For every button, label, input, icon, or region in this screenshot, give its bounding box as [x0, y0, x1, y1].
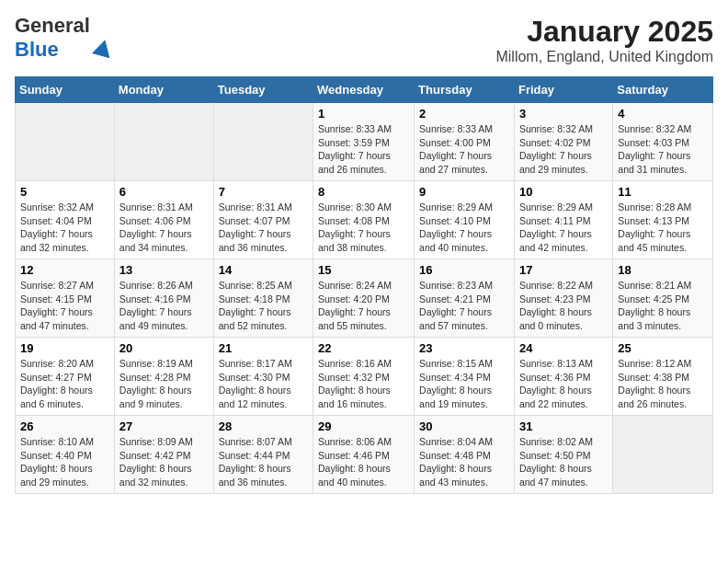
calendar-cell: 24Sunrise: 8:13 AM Sunset: 4:36 PM Dayli… [514, 338, 612, 416]
calendar-cell: 13Sunrise: 8:26 AM Sunset: 4:16 PM Dayli… [114, 259, 213, 338]
calendar-cell: 6Sunrise: 8:31 AM Sunset: 4:06 PM Daylig… [114, 181, 213, 259]
day-info: Sunrise: 8:07 AM Sunset: 4:44 PM Dayligh… [219, 435, 308, 489]
logo-general: General [15, 14, 90, 37]
day-number: 13 [119, 263, 209, 277]
calendar-cell [114, 103, 213, 181]
logo: General Blue [15, 15, 112, 61]
calendar-cell: 30Sunrise: 8:04 AM Sunset: 4:48 PM Dayli… [415, 416, 515, 494]
day-info: Sunrise: 8:25 AM Sunset: 4:18 PM Dayligh… [219, 279, 308, 333]
day-info: Sunrise: 8:32 AM Sunset: 4:03 PM Dayligh… [618, 122, 708, 177]
header: General Blue January 2025 Millom, Englan… [15, 15, 713, 65]
calendar-cell: 1Sunrise: 8:33 AM Sunset: 3:59 PM Daylig… [313, 103, 415, 181]
day-number: 29 [318, 419, 409, 433]
calendar-cell: 12Sunrise: 8:27 AM Sunset: 4:15 PM Dayli… [16, 259, 115, 338]
day-number: 31 [519, 419, 608, 433]
calendar-cell [613, 416, 713, 494]
day-number: 7 [219, 185, 308, 199]
calendar-cell: 4Sunrise: 8:32 AM Sunset: 4:03 PM Daylig… [613, 103, 713, 181]
calendar-cell: 27Sunrise: 8:09 AM Sunset: 4:42 PM Dayli… [114, 416, 213, 494]
day-number: 11 [618, 185, 708, 199]
day-number: 26 [20, 419, 109, 433]
day-info: Sunrise: 8:33 AM Sunset: 3:59 PM Dayligh… [318, 122, 409, 177]
weekday-header-sunday: Sunday [16, 77, 115, 103]
calendar-table: SundayMondayTuesdayWednesdayThursdayFrid… [15, 76, 713, 494]
calendar-cell: 2Sunrise: 8:33 AM Sunset: 4:00 PM Daylig… [415, 103, 515, 181]
day-info: Sunrise: 8:31 AM Sunset: 4:07 PM Dayligh… [219, 201, 308, 255]
day-number: 17 [519, 263, 608, 277]
calendar-title: January 2025 [495, 15, 713, 49]
day-number: 8 [318, 185, 409, 199]
day-info: Sunrise: 8:10 AM Sunset: 4:40 PM Dayligh… [20, 435, 109, 489]
day-info: Sunrise: 8:29 AM Sunset: 4:10 PM Dayligh… [419, 201, 509, 255]
day-info: Sunrise: 8:30 AM Sunset: 4:08 PM Dayligh… [318, 201, 409, 255]
week-row-1: 1Sunrise: 8:33 AM Sunset: 3:59 PM Daylig… [16, 103, 713, 181]
calendar-cell: 20Sunrise: 8:19 AM Sunset: 4:28 PM Dayli… [114, 338, 213, 416]
day-info: Sunrise: 8:24 AM Sunset: 4:20 PM Dayligh… [318, 279, 409, 333]
day-info: Sunrise: 8:21 AM Sunset: 4:25 PM Dayligh… [618, 279, 708, 333]
day-number: 6 [119, 185, 209, 199]
day-number: 10 [519, 185, 608, 199]
day-number: 19 [20, 341, 109, 355]
calendar-cell: 15Sunrise: 8:24 AM Sunset: 4:20 PM Dayli… [313, 259, 415, 338]
day-info: Sunrise: 8:02 AM Sunset: 4:50 PM Dayligh… [519, 435, 608, 489]
weekday-header-thursday: Thursday [415, 77, 515, 103]
day-info: Sunrise: 8:27 AM Sunset: 4:15 PM Dayligh… [20, 279, 109, 333]
day-info: Sunrise: 8:20 AM Sunset: 4:27 PM Dayligh… [20, 357, 109, 411]
calendar-cell: 8Sunrise: 8:30 AM Sunset: 4:08 PM Daylig… [313, 181, 415, 259]
day-info: Sunrise: 8:12 AM Sunset: 4:38 PM Dayligh… [618, 357, 708, 411]
day-number: 24 [519, 341, 608, 355]
day-number: 21 [219, 341, 308, 355]
day-number: 30 [419, 419, 509, 433]
weekday-header-row: SundayMondayTuesdayWednesdayThursdayFrid… [16, 77, 713, 103]
day-number: 5 [20, 185, 109, 199]
day-number: 28 [219, 419, 308, 433]
day-info: Sunrise: 8:19 AM Sunset: 4:28 PM Dayligh… [119, 357, 209, 411]
day-info: Sunrise: 8:15 AM Sunset: 4:34 PM Dayligh… [419, 357, 509, 411]
day-info: Sunrise: 8:28 AM Sunset: 4:13 PM Dayligh… [618, 201, 708, 255]
calendar-cell: 10Sunrise: 8:29 AM Sunset: 4:11 PM Dayli… [514, 181, 612, 259]
logo-triangle-icon [92, 38, 114, 59]
weekday-header-wednesday: Wednesday [313, 77, 415, 103]
calendar-cell: 23Sunrise: 8:15 AM Sunset: 4:34 PM Dayli… [415, 338, 515, 416]
day-info: Sunrise: 8:06 AM Sunset: 4:46 PM Dayligh… [318, 435, 409, 489]
calendar-subtitle: Millom, England, United Kingdom [495, 49, 713, 65]
calendar-cell: 31Sunrise: 8:02 AM Sunset: 4:50 PM Dayli… [514, 416, 612, 494]
day-number: 3 [519, 107, 608, 121]
calendar-cell: 21Sunrise: 8:17 AM Sunset: 4:30 PM Dayli… [213, 338, 313, 416]
day-number: 9 [419, 185, 509, 199]
calendar-cell: 16Sunrise: 8:23 AM Sunset: 4:21 PM Dayli… [415, 259, 515, 338]
weekday-header-tuesday: Tuesday [213, 77, 313, 103]
week-row-3: 12Sunrise: 8:27 AM Sunset: 4:15 PM Dayli… [16, 259, 713, 338]
weekday-header-saturday: Saturday [613, 77, 713, 103]
calendar-cell: 3Sunrise: 8:32 AM Sunset: 4:02 PM Daylig… [514, 103, 612, 181]
calendar-cell: 19Sunrise: 8:20 AM Sunset: 4:27 PM Dayli… [16, 338, 115, 416]
title-area: January 2025 Millom, England, United Kin… [495, 15, 713, 65]
day-number: 14 [219, 263, 308, 277]
calendar-cell: 17Sunrise: 8:22 AM Sunset: 4:23 PM Dayli… [514, 259, 612, 338]
logo-triangle-wrap [94, 16, 112, 60]
day-info: Sunrise: 8:16 AM Sunset: 4:32 PM Dayligh… [318, 357, 409, 411]
calendar-cell: 5Sunrise: 8:32 AM Sunset: 4:04 PM Daylig… [16, 181, 115, 259]
calendar-cell: 28Sunrise: 8:07 AM Sunset: 4:44 PM Dayli… [213, 416, 313, 494]
day-info: Sunrise: 8:31 AM Sunset: 4:06 PM Dayligh… [119, 201, 209, 255]
logo-blue: Blue [15, 38, 59, 61]
day-info: Sunrise: 8:29 AM Sunset: 4:11 PM Dayligh… [519, 201, 608, 255]
day-info: Sunrise: 8:33 AM Sunset: 4:00 PM Dayligh… [419, 122, 509, 177]
calendar-cell [16, 103, 115, 181]
calendar-cell: 25Sunrise: 8:12 AM Sunset: 4:38 PM Dayli… [613, 338, 713, 416]
calendar-cell: 26Sunrise: 8:10 AM Sunset: 4:40 PM Dayli… [16, 416, 115, 494]
calendar-cell: 22Sunrise: 8:16 AM Sunset: 4:32 PM Dayli… [313, 338, 415, 416]
calendar-cell: 14Sunrise: 8:25 AM Sunset: 4:18 PM Dayli… [213, 259, 313, 338]
day-number: 22 [318, 341, 409, 355]
day-number: 4 [618, 107, 708, 121]
day-number: 15 [318, 263, 409, 277]
day-number: 23 [419, 341, 509, 355]
week-row-2: 5Sunrise: 8:32 AM Sunset: 4:04 PM Daylig… [16, 181, 713, 259]
calendar-cell: 11Sunrise: 8:28 AM Sunset: 4:13 PM Dayli… [613, 181, 713, 259]
day-number: 2 [419, 107, 509, 121]
day-number: 18 [618, 263, 708, 277]
weekday-header-monday: Monday [114, 77, 213, 103]
day-number: 27 [119, 419, 209, 433]
day-info: Sunrise: 8:23 AM Sunset: 4:21 PM Dayligh… [419, 279, 509, 333]
day-number: 20 [119, 341, 209, 355]
